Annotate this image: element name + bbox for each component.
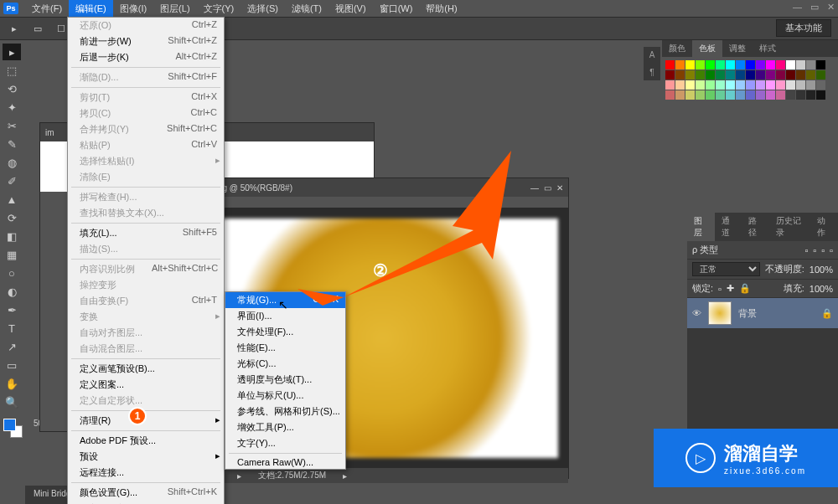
swatch[interactable] <box>746 70 755 80</box>
tab-adjust[interactable]: 调整 <box>722 40 753 57</box>
lasso-tool[interactable]: ⟲ <box>3 80 21 97</box>
swatches-grid[interactable] <box>662 57 838 103</box>
swatch[interactable] <box>776 70 785 80</box>
submenu-item[interactable]: 性能(E)... <box>225 340 345 356</box>
fg-color[interactable] <box>3 419 16 431</box>
tab-swatches[interactable]: 色板 <box>692 40 722 57</box>
swatch[interactable] <box>806 70 815 80</box>
swatch[interactable] <box>786 60 795 69</box>
zoom-tool[interactable]: 🔍 <box>3 393 21 410</box>
menubar-item[interactable]: 图像(I) <box>113 0 153 18</box>
menu-item[interactable]: Adobe PDF 预设... <box>68 433 224 449</box>
submenu-item[interactable]: 参考线、网格和切片(S)... <box>225 404 345 419</box>
swatch[interactable] <box>796 60 805 69</box>
swatch[interactable] <box>766 70 775 80</box>
swatch[interactable] <box>665 90 675 100</box>
menubar-item[interactable]: 编辑(E) <box>69 0 113 18</box>
swatch[interactable] <box>786 80 795 90</box>
opacity-value[interactable]: 100% <box>810 265 833 275</box>
swatch[interactable] <box>776 80 785 90</box>
history-brush-tool[interactable]: ⟳ <box>3 209 21 226</box>
swatch[interactable] <box>716 60 725 69</box>
stamp-tool[interactable]: ▲ <box>3 191 21 208</box>
maximize-icon[interactable]: ▭ <box>810 2 819 13</box>
layer-row[interactable]: 👁 背景 🔒 <box>687 298 838 328</box>
heal-tool[interactable]: ◍ <box>3 154 21 171</box>
menu-item[interactable]: 预设 <box>68 449 224 465</box>
swatch[interactable] <box>685 60 695 69</box>
swatch[interactable] <box>685 80 695 90</box>
swatch[interactable] <box>706 70 715 80</box>
swatch[interactable] <box>726 90 735 100</box>
swatch[interactable] <box>756 90 765 100</box>
layers-tab[interactable]: 通道 <box>715 213 742 241</box>
swatch[interactable] <box>806 60 815 69</box>
swatch[interactable] <box>665 70 675 80</box>
swatch[interactable] <box>806 80 815 90</box>
color-swatch[interactable] <box>3 419 22 437</box>
submenu-item[interactable]: 透明度与色域(T)... <box>225 372 345 388</box>
swatch[interactable] <box>675 70 685 80</box>
collapsed-panel-strip[interactable]: A ¶ <box>644 47 660 80</box>
window-controls[interactable]: — ▭ ✕ <box>793 2 835 13</box>
menubar-item[interactable]: 帮助(H) <box>419 0 463 18</box>
menu-item[interactable]: 定义画笔预设(B)... <box>68 361 224 377</box>
filter-icon[interactable]: ▫ <box>813 245 816 255</box>
opt-icon[interactable]: ▭ <box>28 20 47 37</box>
pen-tool[interactable]: ✒ <box>3 301 21 318</box>
lock-icon[interactable]: 🔒 <box>739 283 751 294</box>
swatch[interactable] <box>685 70 695 80</box>
submenu-item[interactable]: Camera Raw(W)... <box>225 455 345 469</box>
swatch[interactable] <box>665 80 675 90</box>
swatch[interactable] <box>766 80 775 90</box>
swatch[interactable] <box>716 90 725 100</box>
doc-minimize-icon[interactable]: — <box>530 183 539 193</box>
swatch[interactable] <box>766 90 775 100</box>
swatch[interactable] <box>716 80 725 90</box>
swatch[interactable] <box>736 70 745 80</box>
swatch[interactable] <box>796 70 805 80</box>
swatch[interactable] <box>726 60 735 69</box>
tab-color[interactable]: 颜色 <box>662 40 692 57</box>
swatch[interactable] <box>816 70 825 80</box>
swatch[interactable] <box>746 90 755 100</box>
swatch[interactable] <box>706 90 715 100</box>
lock-icon[interactable]: ✚ <box>727 283 734 294</box>
swatch[interactable] <box>675 60 685 69</box>
fill-value[interactable]: 100% <box>810 284 833 294</box>
swatch[interactable] <box>816 60 825 69</box>
layers-tab[interactable]: 历史记录 <box>769 213 810 241</box>
type-tool[interactable]: T <box>3 320 21 337</box>
blur-tool[interactable]: ○ <box>3 265 21 281</box>
swatch[interactable] <box>786 90 795 100</box>
swatch[interactable] <box>716 70 725 80</box>
swatch[interactable] <box>706 80 715 90</box>
menubar-item[interactable]: 文件(F) <box>25 0 69 18</box>
swatch[interactable] <box>696 90 705 100</box>
swatch[interactable] <box>696 70 705 80</box>
swatch[interactable] <box>756 70 765 80</box>
swatch[interactable] <box>776 60 785 69</box>
brush-tool[interactable]: ✐ <box>3 172 21 189</box>
swatch[interactable] <box>746 80 755 90</box>
lock-icon[interactable]: ▫ <box>718 284 722 294</box>
swatch[interactable] <box>736 80 745 90</box>
visibility-icon[interactable]: 👁 <box>692 308 701 318</box>
minimize-icon[interactable]: — <box>793 2 802 13</box>
submenu-item[interactable]: 单位与标尺(U)... <box>225 388 345 404</box>
move-tool-icon[interactable]: ▸ <box>5 20 23 37</box>
move-tool[interactable]: ▸ <box>3 44 21 60</box>
tab-styles[interactable]: 样式 <box>753 40 783 57</box>
menubar-item[interactable]: 图层(L) <box>153 0 196 18</box>
swatch[interactable] <box>816 90 825 100</box>
para-panel-icon[interactable]: ¶ <box>649 68 654 77</box>
filter-icon[interactable]: ▫ <box>821 245 825 255</box>
swatch[interactable] <box>816 80 825 90</box>
submenu-item[interactable]: 文字(Y)... <box>225 435 345 451</box>
swatch[interactable] <box>766 60 775 69</box>
workspace-button[interactable]: 基本功能 <box>776 19 831 37</box>
swatch[interactable] <box>675 80 685 90</box>
menubar-item[interactable]: 滤镜(T) <box>285 0 328 18</box>
swatch[interactable] <box>796 80 805 90</box>
swatch[interactable] <box>756 60 765 69</box>
